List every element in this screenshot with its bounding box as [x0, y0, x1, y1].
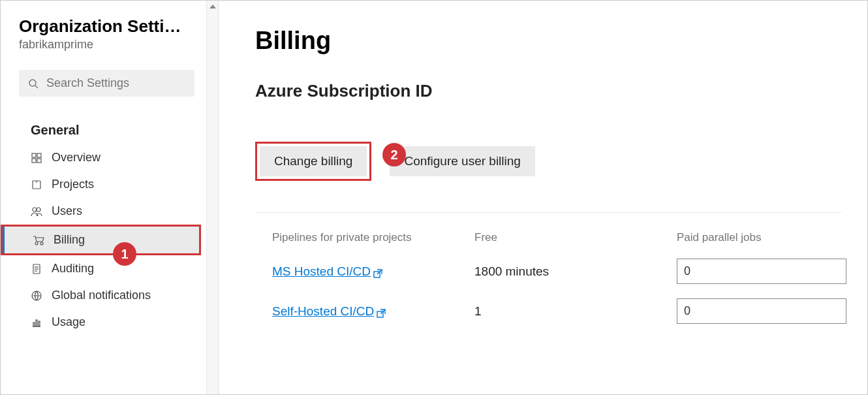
sidebar-item-auditing[interactable]: Auditing — [1, 255, 206, 282]
svg-rect-3 — [37, 153, 41, 157]
svg-line-1 — [35, 86, 38, 88]
auditing-icon — [31, 263, 42, 275]
search-input[interactable] — [46, 76, 185, 90]
sidebar-item-billing[interactable]: Billing — [1, 225, 201, 255]
sidebar-item-label: Usage — [52, 315, 85, 329]
billing-actions-row: Change billing Configure user billing — [255, 142, 841, 181]
table-row: MS Hosted CI/CD — [272, 259, 468, 284]
svg-rect-19 — [39, 321, 40, 326]
main-content: Billing Azure Subscription ID Change bil… — [219, 1, 867, 394]
col-header-free: Free — [474, 231, 670, 244]
svg-point-7 — [33, 208, 37, 212]
link-label: Self-Hosted CI/CD — [272, 304, 374, 319]
svg-point-9 — [35, 242, 38, 245]
col-header-paid: Paid parallel jobs — [677, 231, 867, 244]
sidebar-nav: Overview Projects Users — [1, 144, 206, 336]
free-value: 1 — [474, 298, 670, 324]
callout-badge-1: 1 — [113, 242, 136, 266]
scroll-up-icon[interactable] — [207, 1, 219, 12]
ms-hosted-link[interactable]: MS Hosted CI/CD — [272, 264, 382, 279]
sidebar-item-projects[interactable]: Projects — [1, 171, 206, 198]
overview-icon — [31, 152, 42, 164]
org-settings-title: Organization Settin… — [19, 16, 191, 37]
projects-icon — [31, 179, 42, 191]
paid-jobs-cell — [677, 259, 867, 284]
sidebar-item-label: Billing — [54, 233, 85, 247]
free-value: 1800 minutes — [474, 259, 670, 284]
svg-rect-17 — [33, 323, 35, 326]
sidebar: Organization Settin… fabrikamprime Gener… — [1, 1, 219, 394]
svg-point-0 — [29, 80, 36, 86]
sidebar-item-overview[interactable]: Overview — [1, 144, 206, 171]
section-general-label: General — [1, 103, 206, 144]
configure-user-billing-button[interactable]: Configure user billing — [390, 146, 535, 176]
page-title: Billing — [255, 27, 841, 55]
callout-badge-2: 2 — [382, 143, 406, 166]
svg-rect-5 — [37, 159, 41, 163]
sidebar-item-label: Overview — [52, 151, 101, 165]
notifications-icon — [31, 290, 42, 302]
divider — [255, 212, 841, 213]
self-hosted-link[interactable]: Self-Hosted CI/CD — [272, 304, 386, 319]
sidebar-item-label: Auditing — [52, 262, 94, 276]
svg-rect-4 — [32, 159, 36, 163]
search-icon — [28, 78, 39, 89]
svg-rect-2 — [32, 153, 36, 157]
table-row: Self-Hosted CI/CD — [272, 298, 468, 324]
svg-point-8 — [37, 208, 40, 212]
paid-jobs-input-self[interactable] — [677, 298, 846, 324]
paid-jobs-cell — [677, 298, 867, 324]
svg-point-10 — [40, 242, 43, 245]
search-settings-box[interactable] — [19, 70, 194, 97]
billing-icon — [33, 234, 44, 246]
sidebar-item-usage[interactable]: Usage — [1, 309, 206, 336]
sidebar-item-label: Global notifications — [52, 289, 151, 302]
users-icon — [31, 206, 42, 217]
pipelines-table: Pipelines for private projects Free Paid… — [255, 231, 841, 324]
usage-icon — [31, 317, 42, 328]
sidebar-item-label: Users — [52, 204, 82, 218]
link-label: MS Hosted CI/CD — [272, 264, 371, 279]
subscription-heading: Azure Subscription ID — [255, 81, 841, 101]
org-name: fabrikamprime — [19, 38, 191, 52]
external-link-icon — [373, 267, 382, 276]
sidebar-item-label: Projects — [52, 178, 94, 191]
col-header-pipelines: Pipelines for private projects — [272, 231, 468, 244]
paid-jobs-input-ms[interactable] — [677, 259, 846, 284]
sidebar-item-global-notifications[interactable]: Global notifications — [1, 282, 206, 309]
svg-rect-18 — [36, 320, 37, 326]
sidebar-item-users[interactable]: Users — [1, 198, 206, 225]
change-billing-highlight: Change billing — [255, 142, 371, 181]
sidebar-scrollbar[interactable] — [206, 1, 218, 394]
external-link-icon — [377, 307, 386, 316]
change-billing-button[interactable]: Change billing — [260, 146, 367, 176]
